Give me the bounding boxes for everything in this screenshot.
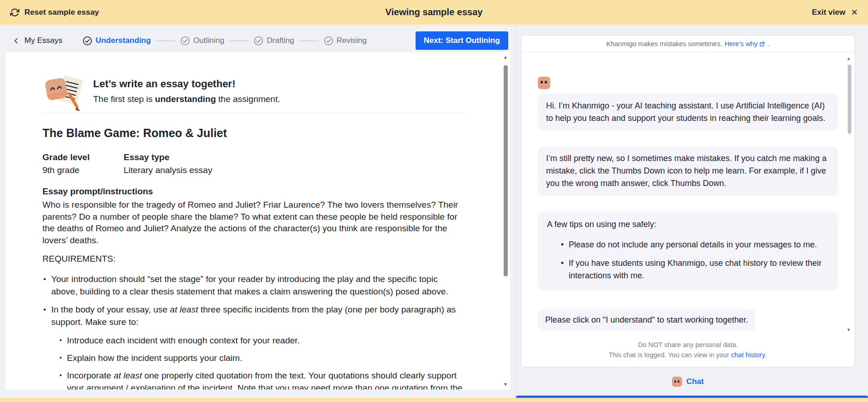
prompt-instructions-label: Essay prompt/instructions bbox=[42, 186, 466, 197]
chat-message-area: Hi. I’m Khanmigo - your AI teaching assi… bbox=[521, 53, 855, 336]
grade-level-value: 9th grade bbox=[42, 165, 124, 175]
heres-why-link[interactable]: Here’s why bbox=[725, 40, 765, 48]
intro-title: Let’s write an essay together! bbox=[93, 78, 280, 90]
check-circle-icon bbox=[254, 36, 263, 46]
essay-meta: Grade level 9th grade Essay type Literar… bbox=[42, 152, 466, 175]
next-start-outlining-button[interactable]: Next: Start Outlining bbox=[416, 31, 508, 50]
bottom-accent-bar bbox=[0, 398, 868, 402]
footer-line-1: Do NOT share any personal data. bbox=[521, 340, 855, 350]
requirements-list: Your introduction should “set the stage”… bbox=[42, 273, 466, 390]
back-to-my-essays-button[interactable]: My Essays bbox=[13, 36, 62, 45]
chat-message-mistakes: I’m still pretty new, so I sometimes mak… bbox=[538, 146, 838, 196]
workspace: My Essays Understanding Outlining bbox=[0, 24, 868, 398]
requirement-sub-item: Introduce each incident with enough cont… bbox=[59, 334, 466, 347]
step-drafting[interactable]: Drafting bbox=[254, 36, 294, 46]
intro-text: Let’s write an essay together! The first… bbox=[93, 78, 280, 104]
chat-scrollbar-thumb[interactable] bbox=[848, 65, 851, 134]
essay-mascot-icon bbox=[42, 71, 85, 111]
check-circle-icon bbox=[83, 36, 92, 46]
tips-list: Please do not include any personal detai… bbox=[547, 239, 829, 282]
tips-intro: A few tips on using me safely: bbox=[547, 218, 829, 231]
step-label: Drafting bbox=[267, 36, 294, 45]
step-connector bbox=[156, 41, 175, 41]
chat-tab[interactable]: Chat bbox=[521, 367, 855, 396]
grade-level-field: Grade level 9th grade bbox=[42, 152, 124, 175]
prompt-text: Who is responsible for the tragedy of Ro… bbox=[42, 199, 466, 246]
intro-subtitle: The first step is understanding the assi… bbox=[93, 94, 280, 104]
reset-icon bbox=[10, 8, 19, 17]
chat-scroll-up-icon[interactable]: ▲ bbox=[845, 56, 852, 61]
back-label: My Essays bbox=[24, 36, 62, 45]
exit-view-label: Exit view bbox=[812, 8, 845, 17]
disclaimer-text: Khanmigo makes mistakes sometimes. bbox=[606, 40, 722, 48]
close-icon[interactable]: ✕ bbox=[851, 8, 858, 17]
app-root: Reset sample essay Viewing sample essay … bbox=[0, 0, 868, 402]
chat-tab-label: Chat bbox=[686, 377, 704, 386]
step-label: Outlining bbox=[193, 36, 224, 45]
chat-footer: Do NOT share any personal data. This cha… bbox=[521, 336, 855, 367]
chat-message-greeting: Hi. I’m Khanmigo - your AI teaching assi… bbox=[538, 94, 838, 131]
step-understanding[interactable]: Understanding bbox=[83, 36, 151, 46]
reset-label: Reset sample essay bbox=[24, 8, 99, 17]
tip-item: If you have students using Khanmigo, use… bbox=[561, 257, 829, 282]
top-bar: Reset sample essay Viewing sample essay … bbox=[0, 0, 868, 24]
footer-line-2: This chat is logged. You can view in you… bbox=[521, 350, 855, 360]
step-label: Understanding bbox=[95, 36, 151, 45]
step-connector bbox=[229, 41, 249, 41]
essay-type-field: Essay type Literary analysis essay bbox=[124, 152, 212, 175]
step-outlining[interactable]: Outlining bbox=[180, 36, 224, 46]
chat-scroll-down-icon[interactable]: ▼ bbox=[845, 328, 852, 332]
divider bbox=[42, 113, 466, 114]
chevron-left-icon bbox=[13, 37, 20, 44]
chat-message-cta: Please click on "I understand" to start … bbox=[538, 309, 755, 331]
chat-disclaimer-bar: Khanmigo makes mistakes sometimes. Here’… bbox=[521, 36, 855, 53]
reset-sample-essay-button[interactable]: Reset sample essay bbox=[10, 8, 99, 17]
khanmigo-avatar-icon bbox=[672, 377, 682, 387]
requirement-item: Your introduction should “set the stage”… bbox=[42, 273, 466, 298]
requirement-sub-item: Explain how the incident supports your c… bbox=[59, 352, 466, 364]
external-link-icon bbox=[759, 41, 765, 47]
scroll-down-icon[interactable]: ▼ bbox=[502, 382, 509, 387]
step-revising[interactable]: Revising bbox=[324, 36, 367, 46]
chat-panel: Khanmigo makes mistakes sometimes. Here’… bbox=[516, 24, 868, 398]
essay-scrollbar: ▲ ▼ bbox=[502, 55, 509, 387]
page-title: Viewing sample essay bbox=[386, 7, 483, 18]
scroll-up-icon[interactable]: ▲ bbox=[502, 55, 509, 60]
exit-view-button[interactable]: Exit view ✕ bbox=[812, 8, 858, 17]
essay-type-value: Literary analysis essay bbox=[124, 165, 212, 175]
step-connector bbox=[299, 41, 319, 41]
step-label: Revising bbox=[337, 36, 367, 45]
chat-card: Khanmigo makes mistakes sometimes. Here’… bbox=[521, 35, 855, 367]
essay-panel: My Essays Understanding Outlining bbox=[0, 24, 516, 398]
essay-type-label: Essay type bbox=[124, 152, 212, 162]
check-circle-icon bbox=[180, 36, 190, 46]
chat-message-tips: A few tips on using me safely: Please do… bbox=[538, 211, 838, 291]
khanmigo-avatar bbox=[538, 77, 550, 89]
tip-item: Please do not include any personal detai… bbox=[561, 239, 829, 251]
chat-history-link[interactable]: chat history bbox=[731, 350, 765, 360]
check-circle-icon bbox=[324, 36, 333, 46]
scrollbar-thumb[interactable] bbox=[504, 65, 508, 276]
disclaimer-period: . bbox=[767, 40, 769, 48]
requirement-sub-item: Incorporate at least one properly cited … bbox=[59, 369, 466, 390]
assignment-card: Let’s write an essay together! The first… bbox=[6, 52, 510, 390]
requirement-item: In the body of your essay, use at least … bbox=[42, 303, 466, 390]
grade-level-label: Grade level bbox=[42, 152, 124, 162]
requirements-sub-list: Introduce each incident with enough cont… bbox=[51, 334, 466, 390]
requirements-heading: REQUIREMENTS: bbox=[42, 254, 466, 264]
essay-panel-header: My Essays Understanding Outlining bbox=[6, 24, 510, 52]
intro-row: Let’s write an essay together! The first… bbox=[42, 71, 466, 111]
essay-stepper: Understanding Outlining Drafting bbox=[83, 36, 367, 46]
essay-title: The Blame Game: Romeo & Juliet bbox=[42, 126, 466, 140]
